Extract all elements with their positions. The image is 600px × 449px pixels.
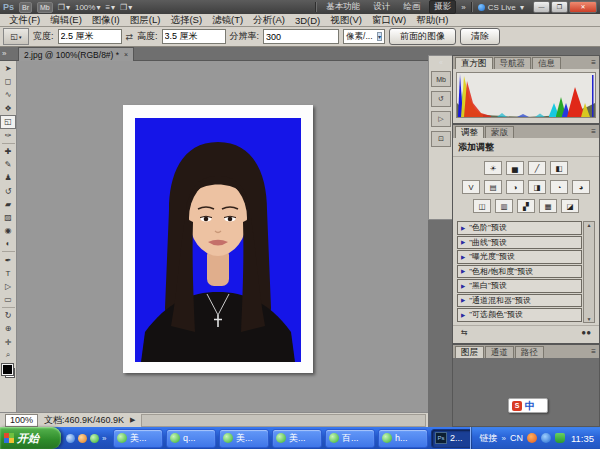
gradient-map-icon[interactable]: ▦ [539, 199, 557, 213]
minimize-button[interactable]: — [533, 1, 550, 13]
status-menu-icon[interactable]: ▶ [130, 416, 135, 424]
menu-window[interactable]: 窗口(W) [367, 14, 411, 27]
workspace-design[interactable]: 设计 [369, 1, 394, 13]
color-balance-icon[interactable]: ◑ [506, 180, 524, 194]
clone-source-panel-icon[interactable]: ⊡ [431, 131, 451, 147]
mini-bridge-icon[interactable]: Mb [37, 2, 53, 13]
taskbar-button[interactable]: q... [166, 429, 216, 448]
sogou-ime-icon[interactable]: S [512, 401, 522, 411]
actions-panel-icon[interactable]: ▷ [431, 111, 451, 127]
panel-menu-icon[interactable]: ≡ [591, 347, 596, 356]
hand-tool[interactable]: ✛ [1, 336, 16, 349]
horizontal-scrollbar[interactable] [141, 414, 426, 427]
taskbar-button[interactable]: 美... [113, 429, 163, 448]
dodge-tool[interactable]: ◐ [1, 237, 16, 250]
tab-paths[interactable]: 路径 [515, 346, 544, 358]
brush-tool[interactable]: ✎ [1, 158, 16, 171]
brightness-contrast-icon[interactable]: ☀ [484, 161, 502, 175]
menu-filter[interactable]: 滤镜(T) [207, 14, 248, 27]
expander-icon[interactable]: ▶ [461, 225, 465, 231]
close-button[interactable]: ✕ [569, 1, 597, 13]
toolbar-collapse-icon[interactable]: » [2, 49, 6, 58]
workspace-painting[interactable]: 绘画 [399, 1, 424, 13]
history-panel-icon[interactable]: ↺ [431, 91, 451, 107]
bridge-icon[interactable]: Br [19, 2, 32, 13]
front-image-button[interactable]: 前面的图像 [389, 28, 456, 45]
taskbar-clock[interactable]: 11:35 [569, 433, 594, 444]
document-page[interactable] [123, 105, 313, 373]
preset-exposure[interactable]: ▶"曝光度"预设 [457, 250, 582, 264]
resolution-input[interactable] [263, 29, 339, 44]
ie-icon[interactable] [66, 434, 75, 443]
quick-launch-overflow-icon[interactable]: » [102, 434, 106, 443]
swap-dimensions-icon[interactable]: ⇄ [126, 32, 134, 42]
tab-navigator[interactable]: 导航器 [494, 57, 532, 69]
invert-icon[interactable]: ◫ [473, 199, 491, 213]
preset-scrollbar[interactable]: ▲ ▼ [583, 221, 595, 323]
preset-black-white[interactable]: ▶"黑白"预设 [457, 279, 582, 293]
preset-curves[interactable]: ▶"曲线"预设 [457, 236, 582, 250]
expander-icon[interactable]: ▶ [461, 297, 465, 303]
black-white-icon[interactable]: ◨ [528, 180, 546, 194]
curves-icon[interactable]: ╱ [528, 161, 546, 175]
expanded-view-icon[interactable]: ●● [581, 328, 591, 337]
links-toolbar-label[interactable]: 链接 [479, 432, 497, 445]
height-input[interactable] [162, 29, 226, 44]
hue-saturation-icon[interactable]: ▤ [484, 180, 502, 194]
workspace-photography[interactable]: 摄影 [429, 0, 456, 14]
document-tab[interactable]: 2.jpg @ 100%(RGB/8#) * × [18, 47, 134, 61]
expander-icon[interactable]: ▶ [461, 268, 465, 274]
menu-file[interactable]: 文件(F) [4, 14, 45, 27]
vibrance-icon[interactable]: V [462, 180, 480, 194]
zoom-level-dropdown[interactable]: 100% ▾ [75, 3, 100, 12]
ime-toolbar[interactable]: S 中 [508, 398, 548, 413]
pen-tool[interactable]: ✒ [1, 253, 16, 266]
zoom-tool[interactable]: ⌕ [1, 349, 16, 362]
menu-view[interactable]: 视图(V) [325, 14, 367, 27]
workspace-basic[interactable]: 基本功能 [322, 1, 364, 13]
panel-menu-icon[interactable]: ≡ [591, 127, 596, 136]
status-zoom-field[interactable]: 100% [5, 414, 38, 427]
blur-tool[interactable]: ◉ [1, 224, 16, 237]
lasso-tool[interactable]: ∿ [1, 88, 16, 101]
scroll-up-icon[interactable]: ▲ [587, 222, 592, 228]
mini-bridge-panel-icon[interactable]: Mb [431, 71, 451, 87]
clear-button[interactable]: 清除 [460, 28, 500, 45]
menu-help[interactable]: 帮助(H) [411, 14, 453, 27]
clone-stamp-tool[interactable]: ♟ [1, 171, 16, 184]
type-tool[interactable]: T [1, 267, 16, 280]
path-selection-tool[interactable]: ▷ [1, 280, 16, 293]
taskbar-button[interactable]: 美... [272, 429, 322, 448]
exposure-icon[interactable]: ◧ [550, 161, 568, 175]
spot-healing-tool[interactable]: ✚ [1, 145, 16, 158]
restore-button[interactable]: ❐ [551, 1, 568, 13]
tab-adjustments[interactable]: 调整 [455, 126, 484, 138]
levels-icon[interactable]: ▅ [506, 161, 524, 175]
threshold-icon[interactable]: ▞ [517, 199, 535, 213]
width-input[interactable] [58, 29, 122, 44]
return-to-list-icon[interactable]: ⇆ [461, 328, 468, 337]
language-indicator[interactable]: CN [510, 433, 523, 443]
taskbar-button-photoshop[interactable]: Ps2... [431, 429, 471, 448]
menu-3d[interactable]: 3D(D) [290, 15, 325, 26]
photo-filter-icon[interactable]: ◔ [550, 180, 568, 194]
quick-launch-icon[interactable] [90, 434, 99, 443]
preset-levels[interactable]: ▶"色阶"预设 [457, 221, 582, 235]
cs-live-button[interactable]: CS Live ▾ [478, 3, 524, 12]
antivirus-shield-icon[interactable] [555, 433, 565, 443]
resolution-unit-select[interactable]: 像素/...▾ [343, 29, 385, 44]
menu-layer[interactable]: 图层(L) [125, 14, 166, 27]
tab-info[interactable]: 信息 [532, 57, 561, 69]
panel-menu-icon[interactable]: ≡ [591, 58, 596, 67]
3d-rotate-tool[interactable]: ↻ [1, 309, 16, 322]
expander-icon[interactable]: ▶ [461, 239, 465, 245]
eyedropper-tool[interactable]: ✑ [1, 129, 16, 142]
menu-select[interactable]: 选择(S) [165, 14, 207, 27]
expander-icon[interactable]: ▶ [461, 283, 465, 289]
taskbar-button[interactable]: 美... [219, 429, 269, 448]
sogou-tray-icon[interactable] [527, 433, 537, 443]
tool-preset-picker[interactable]: ◱▾ [3, 28, 29, 45]
menu-analysis[interactable]: 分析(A) [248, 14, 290, 27]
shape-tool[interactable]: ▭ [1, 293, 16, 306]
document-close-icon[interactable]: × [124, 51, 128, 58]
